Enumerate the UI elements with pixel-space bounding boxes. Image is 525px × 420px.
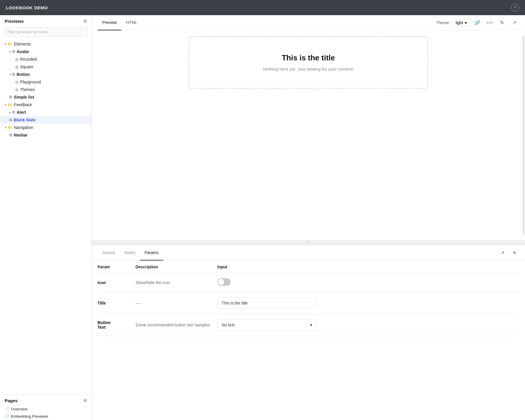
sidebar-item-playground[interactable]: ◎ Playground <box>0 78 91 86</box>
sidebar-item-avatar[interactable]: ▾ ⧉ Avatar <box>0 48 91 55</box>
chevron-down-icon: ▾ <box>9 50 11 54</box>
topbar: LOOKBOOK DEMO ? <box>0 0 525 15</box>
col-input: Input <box>217 260 519 273</box>
param-row-title: Title — <box>98 292 519 314</box>
preview-toolbar-right: Theme: light ▾ 🔗 </> ↻ ↗ <box>436 18 519 28</box>
refresh-button[interactable]: ↻ <box>497 18 507 28</box>
sidebar-item-blank-slate[interactable]: ⧉ Blank Slate <box>0 116 91 124</box>
chevron-down-icon: ▾ <box>5 42 6 46</box>
params-panel: Source Notes Params ↗ ✕ <box>92 245 525 420</box>
page-icon: 📄 <box>5 414 9 419</box>
chevron-right-icon: ▸ <box>9 111 11 114</box>
sidebar-item-label: Avatar <box>17 49 29 54</box>
open-icon: ↗ <box>512 20 516 25</box>
sidebar-item-label: Button <box>17 72 30 77</box>
preview-content-box: This is the title Nothing here yet. Just… <box>189 36 428 89</box>
chevron-down-icon: ▾ <box>465 20 467 25</box>
col-description: Description <box>135 260 217 273</box>
param-input-title <box>217 292 519 314</box>
param-input-icon <box>217 273 519 292</box>
sidebar-item-label: Elements <box>14 42 31 46</box>
layers-icon: ⧉ <box>12 72 15 77</box>
tab-html[interactable]: HTML <box>121 15 142 30</box>
pages-section: Pages ⊟ 📄 Overview 📄 Embedding Previews <box>0 394 91 420</box>
theme-select[interactable]: light ▾ <box>452 19 470 27</box>
theme-value: light <box>456 20 463 25</box>
close-icon: ✕ <box>512 250 516 256</box>
dash-icon: — <box>135 300 141 306</box>
layers-icon: ⧉ <box>12 110 15 115</box>
tab-source[interactable]: Source <box>98 246 120 260</box>
sidebar-item-elements[interactable]: ▾ 📁 Elements <box>0 40 91 48</box>
tab-preview[interactable]: Preview <box>98 15 121 30</box>
param-input-button-text: No text ▾ <box>217 314 519 336</box>
tab-preview-label: Preview <box>102 20 117 25</box>
sidebar-item-label: Square <box>20 64 33 69</box>
params-toolbar: Source Notes Params ↗ ✕ <box>92 245 525 260</box>
sidebar-item-label: Feedback <box>14 102 32 107</box>
sidebar-item-simple-list[interactable]: ⧉ Simple list <box>0 93 91 101</box>
icon-toggle[interactable] <box>217 278 231 286</box>
button-text-select[interactable]: No text ▾ <box>217 319 317 330</box>
params-close-button[interactable]: ✕ <box>509 248 519 258</box>
page-icon: 📄 <box>5 407 9 411</box>
preview-icon: ◎ <box>15 88 18 92</box>
params-toolbar-right: ↗ ✕ <box>498 248 519 258</box>
previews-collapse-icon[interactable]: ⊟ <box>84 19 87 23</box>
param-desc-button-text: Some recommended button text samples <box>135 314 217 336</box>
code-button[interactable]: </> <box>485 18 495 28</box>
preview-icon: ◎ <box>15 65 18 69</box>
preview-icon: ◎ <box>15 80 18 84</box>
tab-html-label: HTML <box>126 20 137 25</box>
sidebar-item-button[interactable]: ▾ ⧉ Button <box>0 71 91 78</box>
toggle-knob <box>218 279 224 285</box>
tab-params-label: Params <box>145 250 159 255</box>
tab-notes[interactable]: Notes <box>120 246 140 260</box>
pages-collapse-icon[interactable]: ⊟ <box>84 398 87 403</box>
previews-label: Previews <box>5 19 24 24</box>
resize-icon: ⠿ <box>307 241 310 245</box>
open-button[interactable]: ↗ <box>509 18 519 28</box>
preview-panel: Preview HTML Theme: light ▾ 🔗 </> <box>92 15 525 240</box>
tab-params[interactable]: Params <box>140 246 163 260</box>
help-icon: ? <box>514 5 516 10</box>
param-name-icon: Icon <box>98 273 135 292</box>
params-table: Param Description Input Icon Show/hide t… <box>92 260 525 420</box>
layers-icon: ⧉ <box>9 95 12 99</box>
help-button[interactable]: ? <box>511 4 519 12</box>
preview-frame: This is the title Nothing here yet. Just… <box>92 30 525 240</box>
preview-scrollbar[interactable] <box>523 36 524 235</box>
sidebar-item-navigation[interactable]: ▾ 📁 Navigation <box>0 124 91 131</box>
sidebar: Previews ⊟ ▾ 📁 Elements ▾ ⧉ Avatar ◎ Rou… <box>0 15 92 420</box>
chevron-down-icon: ▾ <box>310 323 312 327</box>
tab-notes-label: Notes <box>124 250 135 255</box>
previews-section-header: Previews ⊟ <box>0 15 91 26</box>
sidebar-item-label: Themes <box>20 87 35 92</box>
param-name-title: Title <box>98 292 135 314</box>
layers-icon: ⧉ <box>12 49 15 54</box>
params-share-button[interactable]: ↗ <box>498 248 507 258</box>
sidebar-item-label: Navbar <box>14 133 27 137</box>
sidebar-item-label: Simple list <box>14 95 34 99</box>
layers-icon: ⧉ <box>9 133 12 137</box>
preview-toolbar: Preview HTML Theme: light ▾ 🔗 </> <box>92 15 525 30</box>
sidebar-item-square[interactable]: ◎ Square <box>0 63 91 71</box>
refresh-icon: ↻ <box>500 20 504 25</box>
chevron-down-icon: ▾ <box>5 103 6 107</box>
layers-icon: ⧉ <box>9 118 12 122</box>
sidebar-item-navbar[interactable]: ⧉ Navbar <box>0 131 91 139</box>
sidebar-item-overview[interactable]: 📄 Overview <box>0 405 91 413</box>
sidebar-item-themes[interactable]: ◎ Themes <box>0 86 91 93</box>
sidebar-item-feedback[interactable]: ▾ 📁 Feedback <box>0 101 91 108</box>
search-input[interactable] <box>4 27 88 37</box>
param-row-button-text: ButtonText Some recommended button text … <box>98 314 519 336</box>
sidebar-item-embedding-previews[interactable]: 📄 Embedding Previews <box>0 413 91 420</box>
sidebar-item-alert[interactable]: ▸ ⧉ Alert <box>0 108 91 116</box>
resize-handle[interactable]: ⠿ <box>92 240 525 245</box>
link-button[interactable]: 🔗 <box>472 18 482 28</box>
sidebar-item-rounded[interactable]: ◎ Rounded <box>0 55 91 63</box>
title-input[interactable] <box>217 298 317 309</box>
sidebar-item-label: Rounded <box>20 57 37 62</box>
code-icon: </> <box>486 21 493 25</box>
chevron-down-icon: ▾ <box>9 73 11 76</box>
